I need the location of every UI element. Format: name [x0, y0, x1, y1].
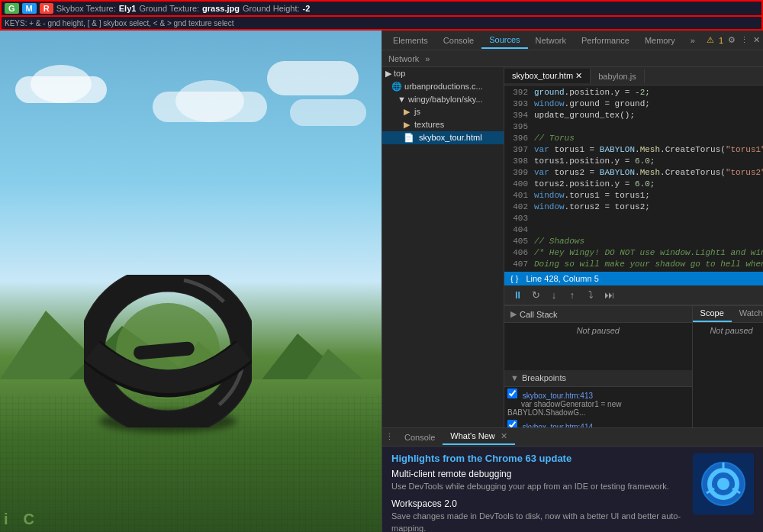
bracket-icon: { } — [510, 274, 518, 283]
tree-label-top: top — [394, 69, 405, 78]
step-button[interactable]: ⤵ — [584, 289, 597, 302]
folder-icon-textures: ▶ — [404, 120, 410, 129]
sources-layout: ▶ top 🌐 urbanproductions.c... ▼ wingy/ba… — [382, 67, 763, 427]
callstack-header[interactable]: ▶ Call Stack — [504, 306, 692, 323]
tree-arrow-textures: ▶ textures — [404, 120, 444, 129]
network-more[interactable]: » — [425, 54, 430, 63]
skybox-value: Ely1 — [119, 4, 137, 13]
update-item-2-desc: Save changes made in DevTools to disk, n… — [391, 511, 685, 532]
settings-icon[interactable]: ⚙ — [728, 35, 736, 45]
pause-button[interactable]: ⏸ — [510, 289, 524, 302]
main-layout: iC Elements Console Sources Network Perf… — [0, 31, 763, 532]
cursor-position: Line 428, Column 5 — [526, 274, 598, 283]
update-items: Multi-client remote debugging Use DevToo… — [391, 469, 685, 532]
cloud-5 — [267, 61, 359, 95]
tab-memory[interactable]: Memory — [637, 33, 683, 48]
breakpoints-content: skybox_tour.htm:413 var shadowGenerator1… — [504, 387, 692, 428]
tab-more[interactable]: » — [683, 33, 703, 48]
breakpoint-checkbox-2[interactable] — [507, 420, 517, 428]
line-numbers: 392 393 394 395 396 397 398 399 400 401 … — [504, 85, 531, 272]
breakpoints-header[interactable]: ▼ Breakpoints — [504, 370, 692, 387]
tab-console[interactable]: Console — [436, 33, 481, 48]
tree-arrow-domain: 🌐 urbanproductions.c... — [391, 82, 483, 91]
cloud-6 — [290, 99, 366, 126]
cloud-4 — [175, 80, 244, 122]
chevron-breakpoints: ▼ — [510, 373, 519, 382]
update-item-1-desc: Use DevTools while debugging your app fr… — [391, 481, 685, 492]
scope-tab-bar: Scope Watch — [693, 306, 763, 323]
tree-item-domain[interactable]: 🌐 urbanproductions.c... — [382, 80, 504, 93]
tab-performance[interactable]: Performance — [574, 33, 637, 48]
breakpoints-label: Breakpoints — [522, 373, 566, 382]
cloud-2 — [31, 65, 92, 103]
devtools-panel: Elements Console Sources Network Perform… — [382, 31, 763, 532]
network-icon: 🌐 — [391, 82, 402, 91]
console-tab-close[interactable]: ✕ — [501, 431, 507, 440]
tree-item-wingy[interactable]: ▼ wingy/babylon/sky... — [382, 93, 504, 105]
more-options-icon[interactable]: ⋮ — [740, 35, 749, 45]
tree-arrow-js: ▶ js — [404, 107, 420, 116]
tree-item-textures[interactable]: ▶ textures — [382, 118, 504, 131]
keys-bar: KEYS: + & - gnd height, [ & ] skybox sel… — [0, 17, 763, 31]
tree-item-skybox[interactable]: 📄 skybox_tour.html — [382, 131, 504, 144]
tab-elements[interactable]: Elements — [385, 33, 436, 48]
keys-text: KEYS: + & - gnd height, [ & ] skybox sel… — [5, 19, 233, 27]
close-devtools-icon[interactable]: ✕ — [753, 35, 760, 45]
breakpoint-item-1[interactable]: skybox_tour.htm:413 var shadowGenerator1… — [504, 387, 692, 418]
tree-item-top[interactable]: ▶ top — [382, 67, 504, 80]
alert-icon: ⚠ — [707, 35, 714, 45]
debug-left-panel: ▶ Call Stack Not paused ▼ Breakpoints — [504, 306, 693, 427]
chrome-logo-svg — [700, 461, 746, 507]
deactivate-breakpoints-button[interactable]: ⏭ — [602, 289, 616, 302]
console-tab-whatsnew[interactable]: What's New ✕ — [443, 429, 514, 445]
console-tab-console[interactable]: Console — [397, 430, 443, 444]
badge-m: M — [22, 3, 37, 14]
file-tree: ▶ top 🌐 urbanproductions.c... ▼ wingy/ba… — [382, 67, 504, 427]
ground-label: Ground Texture: — [139, 4, 199, 13]
update-items-container: Multi-client remote debugging Use DevToo… — [391, 469, 754, 532]
step-out-button[interactable]: ↑ — [565, 289, 579, 302]
update-item-1-title: Multi-client remote debugging — [391, 469, 685, 479]
console-content: Highlights from the Chrome 63 update Mul… — [382, 447, 763, 532]
chevron-callstack: ▶ — [510, 309, 517, 319]
tab-sources[interactable]: Sources — [481, 32, 527, 49]
tree-item-js[interactable]: ▶ js — [382, 105, 504, 118]
skybox-label: Skybox Texture: — [56, 4, 116, 13]
tree-label-skybox: 📄 skybox_tour.html — [404, 133, 482, 142]
height-value: -2 — [303, 4, 311, 13]
height-label: Ground Height: — [243, 4, 300, 13]
editor-tab-babylon[interactable]: babylon.js — [591, 69, 645, 83]
torus-container — [84, 275, 252, 429]
watch-tab[interactable]: Watch — [732, 306, 763, 322]
top-bar: G M R Skybox Texture: Ely1 Ground Textur… — [0, 0, 763, 17]
editor-tab-bar: skybox_tour.htm ✕ babylon.js — [504, 67, 763, 85]
badge-r: R — [40, 3, 53, 14]
code-lines[interactable]: ground.position.y = -2; window.ground = … — [531, 85, 763, 272]
callstack-not-paused: Not paused — [571, 323, 626, 341]
devtools-icons: ⚠ 1 ⚙ ⋮ ✕ — [707, 35, 760, 45]
tab-network[interactable]: Network — [528, 33, 574, 48]
folder-icon-js: ▶ — [404, 107, 410, 116]
update-icon — [693, 453, 754, 514]
update-item-2: Workspaces 2.0 Save changes made in DevT… — [391, 498, 685, 532]
torus-svg — [84, 275, 252, 427]
devtools-tab-bar: Elements Console Sources Network Perform… — [382, 31, 763, 50]
editor-tab-skybox[interactable]: skybox_tour.htm ✕ — [504, 69, 591, 83]
callstack-content: Not paused — [504, 323, 692, 370]
network-bar: Network » — [382, 50, 763, 67]
breakpoint-item-2[interactable]: skybox_tour.htm:414 shadowGenerator1.get… — [504, 418, 692, 428]
debug-right-panel: Scope Watch Not paused — [693, 306, 763, 427]
breakpoint-checkbox-1[interactable] — [507, 389, 517, 398]
alert-count: 1 — [719, 36, 723, 45]
tree-arrow-top: ▶ — [385, 69, 391, 78]
bp-file-1: skybox_tour.htm:413 — [523, 392, 593, 400]
bp-code-1: var shadowGenerator1 = new BABYLON.Shado… — [507, 400, 621, 417]
scope-tab[interactable]: Scope — [693, 306, 732, 322]
debug-toolbar: ⏸ ↻ ↓ ↑ ⤵ ⏭ — [504, 285, 763, 305]
scope-content: Not paused — [693, 323, 763, 338]
editor-statusbar: { } Line 428, Column 5 — [504, 272, 763, 285]
step-over-button[interactable]: ↻ — [529, 289, 542, 302]
step-into-button[interactable]: ↓ — [547, 289, 561, 302]
update-item-1: Multi-client remote debugging Use DevToo… — [391, 469, 685, 492]
badge-g: G — [5, 3, 19, 14]
